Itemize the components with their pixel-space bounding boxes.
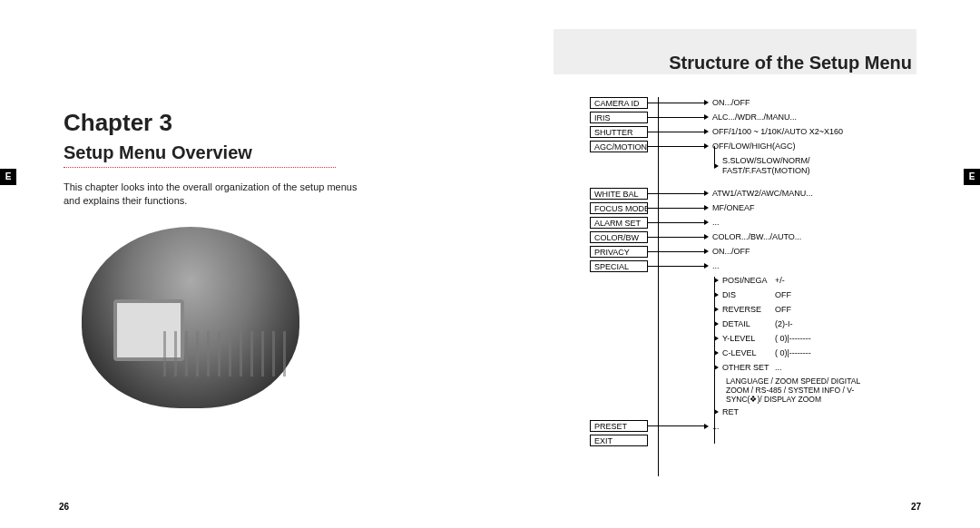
menu-label: SPECIAL (590, 260, 648, 272)
menu-label: WHITE BAL (590, 188, 648, 200)
menu-label: AGC/MOTION (590, 141, 648, 152)
menu-value: ATW1/ATW2/AWC/MANU... (712, 186, 813, 200)
menu-value: ... (712, 419, 720, 434)
menu-subvalue: OFF (775, 302, 791, 317)
page-right: E Structure of the Setup Menu CAMERA ID … (490, 0, 980, 528)
menu-subrow: DIS OFF (590, 288, 935, 302)
arrow-right-icon (714, 409, 719, 415)
menu-sublabel: C-LEVEL (722, 346, 775, 360)
menu-label: FOCUS MODE (590, 202, 648, 214)
menu-subvalue: (2)-I- (775, 317, 793, 331)
menu-sublabel: REVERSE (722, 302, 775, 317)
arrow-right-icon (714, 163, 719, 169)
menu-row: AGC/MOTION OFF/LOW/HIGH(AGC) (590, 139, 935, 153)
menu-value: OFF/LOW/HIGH(AGC) (712, 139, 796, 153)
arrow-right-icon (704, 249, 709, 254)
menu-sublabel: DETAIL (722, 317, 775, 331)
arrow-right-icon (714, 321, 719, 327)
menu-subrow: REVERSE OFF (590, 302, 935, 317)
menu-subvalue: +/- (775, 273, 785, 288)
menu-row: IRIS ALC.../WDR.../MANU... (590, 110, 935, 124)
dome-camera-illustration (64, 227, 318, 426)
menu-sublabel: DIS (722, 288, 775, 302)
chapter-heading: Chapter 3 (64, 109, 426, 137)
arrow-right-icon (704, 129, 709, 134)
menu-value: ALC.../WDR.../MANU... (712, 110, 797, 124)
other-set-detail: LANGUAGE / ZOOM SPEED/ DIGITAL ZOOM / RS… (726, 375, 880, 405)
edge-tab-left: E (0, 169, 16, 185)
page-number-left: 26 (59, 502, 69, 512)
menu-label: IRIS (590, 112, 648, 123)
menu-subvalue: OFF (775, 288, 791, 302)
menu-subrow: Y-LEVEL ( 0)|-------- (590, 331, 935, 346)
arrow-right-icon (704, 424, 709, 429)
menu-row: SPECIAL ... (590, 259, 935, 273)
menu-row: ALARM SET ... (590, 215, 935, 230)
arrow-right-icon (714, 278, 719, 283)
menu-tree: CAMERA ID ON.../OFF IRIS ALC.../WDR.../M… (590, 95, 935, 448)
menu-label: COLOR/BW (590, 231, 648, 243)
page-left: E Chapter 3 Setup Menu Overview This cha… (0, 0, 490, 528)
arrow-right-icon (704, 205, 709, 210)
menu-row: EXIT (590, 434, 935, 448)
menu-value: ... (712, 259, 720, 273)
structure-title: Structure of the Setup Menu (549, 53, 912, 73)
menu-row: SHUTTER OFF/1/100 ~ 1/10K/AUTO X2~X160 (590, 124, 935, 139)
menu-subrow: C-LEVEL ( 0)|-------- (590, 346, 935, 360)
menu-subrow: OTHER SET ... (590, 360, 935, 375)
menu-label: EXIT (590, 435, 648, 446)
menu-subrow: S.SLOW/SLOW/NORM/ FAST/F.FAST(MOTION) (590, 153, 935, 179)
menu-value: MF/ONEAF (712, 200, 755, 215)
intro-text: This chapter looks into the overall orga… (64, 181, 363, 209)
menu-value: ON.../OFF (712, 244, 750, 259)
menu-row: COLOR/BW COLOR.../BW.../AUTO... (590, 230, 935, 244)
menu-row: CAMERA ID ON.../OFF (590, 95, 935, 110)
edge-tab-right: E (964, 169, 980, 185)
menu-row: WHITE BAL ATW1/ATW2/AWC/MANU... (590, 186, 935, 200)
menu-subvalue: ... (775, 360, 782, 375)
menu-value: OFF/1/100 ~ 1/10K/AUTO X2~X160 (712, 124, 843, 139)
menu-label: CAMERA ID (590, 97, 648, 109)
menu-sublabel: OTHER SET (722, 360, 775, 375)
arrow-right-icon (704, 220, 709, 225)
arrow-right-icon (714, 336, 719, 341)
menu-row: PRESET ... (590, 419, 935, 434)
page-number-right: 27 (911, 502, 921, 512)
menu-subrow: RET (590, 405, 935, 419)
arrow-right-icon (704, 191, 709, 196)
arrow-right-icon (714, 350, 719, 356)
arrow-right-icon (714, 307, 719, 312)
menu-subrow: DETAIL (2)-I- (590, 317, 935, 331)
menu-value: S.SLOW/SLOW/NORM/ FAST/F.FAST(MOTION) (722, 156, 810, 176)
menu-value: COLOR.../BW.../AUTO... (712, 230, 801, 244)
arrow-right-icon (704, 234, 709, 240)
menu-row: PRIVACY ON.../OFF (590, 244, 935, 259)
menu-subrow-detail: LANGUAGE / ZOOM SPEED/ DIGITAL ZOOM / RS… (590, 375, 935, 405)
menu-subvalue: ( 0)|-------- (775, 331, 811, 346)
menu-label: SHUTTER (590, 126, 648, 138)
menu-label: PRIVACY (590, 246, 648, 258)
page-spread: E Chapter 3 Setup Menu Overview This cha… (0, 0, 980, 528)
menu-value: ON.../OFF (712, 95, 750, 110)
divider-dotted (64, 167, 336, 168)
menu-label: ALARM SET (590, 217, 648, 229)
arrow-right-icon (704, 143, 709, 149)
menu-row: FOCUS MODE MF/ONEAF (590, 200, 935, 215)
menu-label: PRESET (590, 420, 648, 432)
arrow-right-icon (704, 263, 709, 269)
arrow-right-icon (714, 365, 719, 370)
menu-sublabel: POSI/NEGA (722, 273, 775, 288)
menu-value: ... (712, 215, 720, 230)
menu-sublabel: RET (722, 405, 775, 419)
menu-sublabel: Y-LEVEL (722, 331, 775, 346)
arrow-right-icon (704, 114, 709, 120)
menu-subvalue: ( 0)|-------- (775, 346, 811, 360)
chapter-subtitle: Setup Menu Overview (64, 142, 426, 163)
menu-subrow: POSI/NEGA +/- (590, 273, 935, 288)
arrow-right-icon (714, 292, 719, 298)
arrow-right-icon (704, 100, 709, 105)
